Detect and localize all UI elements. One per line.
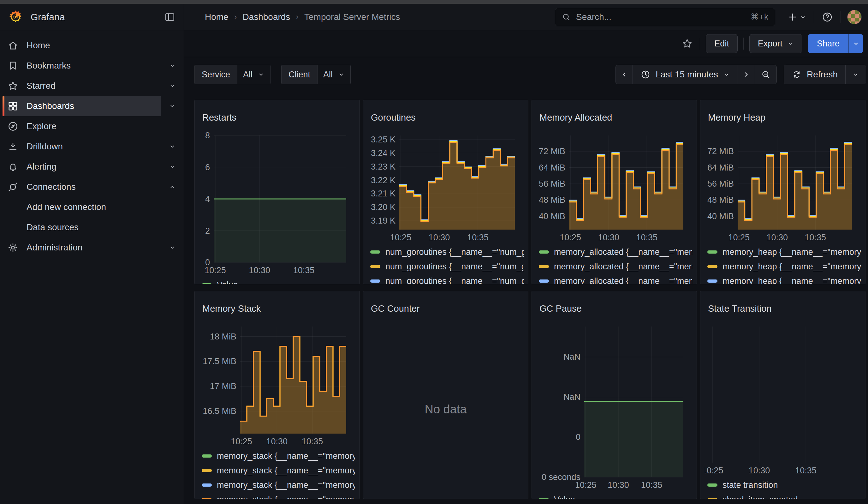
- add-button[interactable]: [786, 10, 807, 24]
- breadcrumb-dashboards[interactable]: Dashboards: [242, 12, 290, 22]
- sidebar-item-data-sources[interactable]: Data sources: [2, 217, 184, 237]
- panel-goroutines: Goroutines3.25 K3.24 K3.23 K3.22 K3.21 K…: [363, 100, 528, 284]
- legend-item[interactable]: num_goroutines {__name__="num_go: [370, 259, 524, 274]
- chart-memory-heap[interactable]: 40 MiB48 MiB56 MiB64 MiB72 MiB10:2510:30…: [705, 132, 861, 243]
- legend-item[interactable]: memory_heap {__name__="memory_h: [707, 245, 861, 259]
- legend-label: memory_stack {__name__="memory_s: [217, 495, 355, 499]
- chart-memory-stack[interactable]: 16.5 MiB17 MiB17.5 MiB18 MiB10:2510:3010…: [199, 323, 355, 447]
- legend-label: Value: [217, 280, 238, 284]
- panel-title[interactable]: GC Pause: [536, 301, 692, 316]
- star-dashboard-icon[interactable]: [680, 37, 694, 51]
- legend-item[interactable]: num_goroutines {__name__="num_go: [370, 274, 524, 284]
- sidebar-row: Administration: [0, 237, 184, 258]
- legend-item[interactable]: state transition: [707, 478, 861, 492]
- export-button[interactable]: Export: [749, 34, 802, 53]
- chevron-down-icon[interactable]: [161, 55, 184, 76]
- panel-title[interactable]: Goroutines: [368, 110, 524, 125]
- grid-icon: [7, 101, 19, 112]
- user-avatar[interactable]: [847, 10, 862, 24]
- svg-text:10:35: 10:35: [467, 233, 489, 242]
- legend-item[interactable]: num_goroutines {__name__="num_go: [370, 245, 524, 259]
- chevron-up-icon[interactable]: [161, 177, 184, 197]
- chevron-down-icon[interactable]: [161, 237, 184, 258]
- variable-value-dropdown[interactable]: All: [318, 65, 350, 84]
- panel-title[interactable]: Memory Allocated: [536, 110, 692, 125]
- chart-goroutines[interactable]: 3.25 K3.24 K3.23 K3.22 K3.21 K3.20 K3.19…: [368, 132, 524, 243]
- sidebar-row: Alerting: [0, 157, 184, 177]
- legend-item[interactable]: memory_stack {__name__="memory_s: [202, 478, 355, 492]
- sidebar-item-alerting[interactable]: Alerting: [2, 157, 161, 177]
- legend-item[interactable]: shard_item_created: [707, 492, 861, 499]
- sidebar-item-drilldown[interactable]: Drilldown: [2, 136, 161, 157]
- legend-item[interactable]: memory_allocated {__name__="memo: [539, 274, 692, 284]
- legend-item[interactable]: memory_heap {__name__="memory_h: [707, 259, 861, 274]
- edit-button[interactable]: Edit: [706, 34, 738, 53]
- panel-restarts: Restarts0246810:2510:3010:35Value: [194, 100, 360, 284]
- chart-state-transition[interactable]: 10:2510:3010:35: [705, 323, 861, 476]
- sidebar-item-administration[interactable]: Administration: [2, 237, 161, 258]
- panel-memory-allocated: Memory Allocated40 MiB48 MiB56 MiB64 MiB…: [531, 100, 697, 284]
- sidebar-item-connections[interactable]: Connections: [2, 177, 161, 197]
- help-icon[interactable]: [820, 10, 834, 24]
- svg-text:NaN: NaN: [564, 392, 580, 402]
- chevron-down-icon[interactable]: [161, 96, 184, 116]
- panel-title[interactable]: Memory Stack: [199, 301, 355, 316]
- chevron-down-icon[interactable]: [161, 157, 184, 177]
- panel-title[interactable]: Restarts: [199, 110, 355, 125]
- sidebar-item-home[interactable]: Home: [2, 35, 184, 55]
- legend-swatch: [539, 250, 549, 254]
- variable-value-dropdown[interactable]: All: [237, 65, 270, 84]
- legend-item[interactable]: memory_stack {__name__="memory_s: [202, 492, 355, 499]
- chart-memory-allocated[interactable]: 40 MiB48 MiB56 MiB64 MiB72 MiB10:2510:30…: [536, 132, 692, 243]
- legend-swatch: [539, 279, 549, 282]
- sidebar-item-label: Home: [27, 40, 50, 51]
- sidebar-row: Add new connection: [0, 197, 184, 217]
- legend-label: memory_allocated {__name__="memo: [554, 276, 692, 284]
- zoom-out-time-button[interactable]: [755, 65, 776, 84]
- star-icon: [7, 80, 19, 92]
- sidebar-item-explore[interactable]: Explore: [2, 116, 184, 136]
- svg-text:10:25: 10:25: [575, 480, 597, 490]
- chevron-down-icon[interactable]: [161, 76, 184, 96]
- panel-title[interactable]: GC Counter: [368, 301, 524, 316]
- time-range-picker[interactable]: Last 15 minutes: [633, 65, 738, 84]
- legend-item[interactable]: memory_allocated {__name__="memo: [539, 259, 692, 274]
- sidebar-item-starred[interactable]: Starred: [2, 76, 161, 96]
- legend-item[interactable]: memory_allocated {__name__="memo: [539, 245, 692, 259]
- sidebar-item-label: Bookmarks: [27, 61, 71, 71]
- svg-text:6: 6: [205, 163, 210, 172]
- legend-label: shard_item_created: [723, 495, 798, 499]
- refresh-interval-button[interactable]: [846, 65, 866, 84]
- sidebar-item-label: Starred: [27, 81, 55, 91]
- legend-item[interactable]: memory_stack {__name__="memory_s: [202, 449, 355, 463]
- panel-legend: memory_heap {__name__="memory_hmemory_he…: [707, 245, 861, 284]
- svg-text:10:35: 10:35: [805, 233, 826, 242]
- svg-text:0: 0: [576, 432, 580, 442]
- share-menu-button[interactable]: [848, 34, 863, 53]
- legend-item[interactable]: Value: [539, 492, 692, 499]
- panel-title[interactable]: Memory Heap: [705, 110, 861, 125]
- sidebar-item-dashboards[interactable]: Dashboards: [2, 96, 161, 116]
- refresh-button[interactable]: Refresh: [784, 65, 846, 84]
- dashboard-variables: ServiceAllClientAll: [194, 65, 351, 84]
- time-shift-forward-button[interactable]: [738, 65, 755, 84]
- collapse-sidebar-icon[interactable]: [163, 10, 177, 24]
- breadcrumb-home[interactable]: Home: [205, 12, 228, 22]
- time-shift-back-button[interactable]: [616, 65, 633, 84]
- sidebar-row: Connections: [0, 177, 184, 197]
- legend-item[interactable]: memory_heap {__name__="memory_h: [707, 274, 861, 284]
- chart-restarts[interactable]: 0246810:2510:3010:35: [199, 132, 355, 276]
- panel-title[interactable]: State Transition: [705, 301, 861, 316]
- sidebar-item-bookmarks[interactable]: Bookmarks: [2, 55, 161, 76]
- legend-label: num_goroutines {__name__="num_go: [385, 262, 524, 271]
- sidebar-item-add-new-connection[interactable]: Add new connection: [2, 197, 184, 217]
- variable-value: All: [243, 70, 252, 80]
- svg-text:10:30: 10:30: [767, 233, 788, 242]
- search-input[interactable]: Search... ⌘+k: [555, 8, 775, 26]
- legend-item[interactable]: memory_stack {__name__="memory_s: [202, 463, 355, 478]
- chart-gc-pause[interactable]: 0 seconds0NaNNaN10:2510:3010:35: [536, 323, 692, 491]
- legend-item[interactable]: Value: [202, 278, 355, 284]
- home-icon: [7, 40, 19, 51]
- share-button[interactable]: Share: [808, 34, 848, 53]
- chevron-down-icon[interactable]: [161, 136, 184, 157]
